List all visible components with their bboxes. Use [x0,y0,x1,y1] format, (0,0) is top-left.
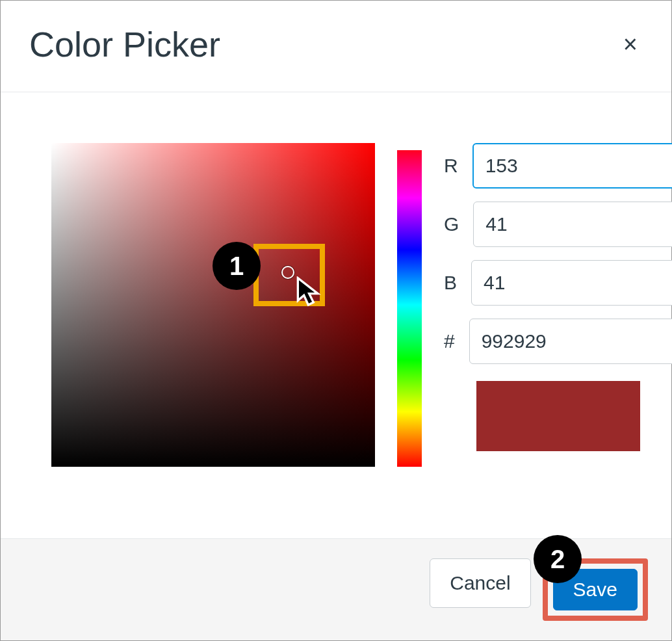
hue-slider[interactable] [397,143,422,467]
red-input[interactable] [472,143,672,189]
blue-input[interactable] [471,260,672,306]
cancel-button[interactable]: Cancel [430,558,530,608]
color-value-controls: R G B # [444,143,639,512]
dialog-title: Color Picker [29,24,220,64]
saturation-value-panel[interactable]: 1 [51,143,375,467]
dialog-body: 1 R G B # [1,92,671,538]
annotation-2-highlight-box: Save [543,558,648,621]
hex-input[interactable] [469,319,672,364]
color-swatch [476,381,640,451]
cursor-arrow-icon [296,276,324,307]
annotation-step-1: 1 [213,242,261,290]
blue-label: B [444,272,457,294]
close-button[interactable]: × [618,27,643,62]
blue-row: B [444,260,639,306]
red-row: R [444,143,639,189]
dialog-footer: Cancel Save 2 [1,538,671,640]
sv-handle[interactable] [281,266,294,279]
hue-handle[interactable] [396,142,423,150]
color-picker-dialog: Color Picker × 1 R G [0,0,672,641]
hex-label: # [444,330,455,352]
hex-row: # [444,319,639,364]
green-row: G [444,202,639,247]
green-input[interactable] [473,202,672,247]
dialog-header: Color Picker × [1,1,671,92]
green-label: G [444,213,459,235]
red-label: R [444,155,458,177]
save-button[interactable]: Save [553,569,638,610]
close-icon: × [623,31,638,58]
